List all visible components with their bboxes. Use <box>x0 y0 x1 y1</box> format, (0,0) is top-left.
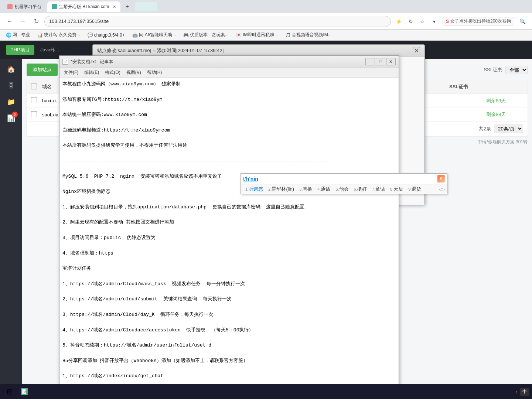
notepad-line-17: 4、https://域名/admin/Cloudacc/accesstoken … <box>62 327 396 334</box>
ime-candidate-8[interactable]: 8.天后 <box>388 185 405 193</box>
notepad-line-4: 白嫖源码电报频道:https://t.me/xiao9ymcom <box>62 127 396 134</box>
ftp-icon: 📁 <box>7 98 15 106</box>
site-modal-close-button[interactable]: ✕ <box>413 47 420 54</box>
favorite-icon[interactable]: ☆ <box>417 16 428 27</box>
bookmark-1[interactable]: 🌐 网 - 专业 <box>3 31 33 39</box>
ime-candidate-6[interactable]: 6.挺好 <box>352 185 369 193</box>
bt-tab-java-label: Java环... <box>40 47 59 52</box>
notepad-controls: — □ ✕ <box>365 58 396 65</box>
taskbar: ⊞ 📝 ↑ 中 <box>0 384 532 399</box>
tab-favicon-1 <box>7 4 13 9</box>
bt-nav-tabs: PHP项目 Java环... <box>6 45 64 55</box>
sidebar-icon-db[interactable]: 🗄 <box>4 78 18 93</box>
bookmark-2[interactable]: 📊 统计鸟-永久免费... <box>34 31 83 39</box>
select-all-checkbox[interactable] <box>31 83 37 89</box>
bookmark-7[interactable]: 🎵 音视频语音视频IM... <box>282 31 334 39</box>
notepad-window: 📄 *安装文档.txt - 记事本 — □ ✕ 文件(F) 编辑(E) 格式(O… <box>59 55 399 399</box>
ime-candidates[interactable]: 1.听诺您 2.昙华林(lin) 3.替换 4.通话 5.他会 6.挺好 7.童… <box>241 184 447 194</box>
new-tab-button[interactable]: + <box>122 1 132 12</box>
notepad-line-3: 本站统一解压密码:www.xiao9ym.com <box>62 111 396 119</box>
bookmarks-bar: 🌐 网 - 专业 📊 统计鸟-永久免费... 💬 chatgpt3.5/4.0+… <box>0 30 532 41</box>
bookmark-3[interactable]: 💬 chatgpt3.5/4.0+ <box>85 32 128 38</box>
ssl-dropdown[interactable]: 全部 <box>505 66 528 74</box>
notepad-text-area[interactable]: 本教程由小九源码网（www.xiao9ym.com） 独家录制 添加客服专属TG… <box>59 78 399 399</box>
notepad-line-6: ----------------------------------------… <box>62 157 396 165</box>
row1-checkbox[interactable] <box>31 97 37 103</box>
notification-badge: 0 <box>12 112 18 117</box>
ime-candidate-9[interactable]: 9.退货 <box>406 185 423 193</box>
home-icon: 🏠 <box>7 65 15 74</box>
taskbar-app-notepad[interactable]: 📝 <box>18 386 33 398</box>
notepad-line-5: 本站所有源码仅提供研究学习使用，不得用于任何非法用途 <box>62 142 396 150</box>
ime-candidate-7[interactable]: 7.童话 <box>370 185 387 193</box>
bt-tab-php[interactable]: PHP项目 <box>6 45 34 55</box>
browser-profile-icon <box>135 2 157 11</box>
menu-help[interactable]: 帮助(H) <box>144 69 165 76</box>
ssl-text: SSL证书 <box>484 66 502 73</box>
bt-tab-java[interactable]: Java环... <box>36 45 64 55</box>
tab-btkaixin[interactable]: 宝塔开心版 BTkaixin.com ✕ <box>47 1 120 12</box>
start-button[interactable]: ⊞ <box>3 385 16 398</box>
bookmark-label-2: 统计鸟-永久免费... <box>44 32 80 38</box>
notepad-line-11: 3、项目访问目录：public 伪静态设置为 <box>62 234 396 242</box>
sogou-badge[interactable]: S 女子点外卖吃出异物200次被拘 <box>443 17 514 25</box>
browser-content: PHP项目 Java环... 🏠 🗄 📁 📊 <box>0 41 532 384</box>
row2-ssl: 剩余88天 <box>486 111 523 118</box>
sidebar-icon-home[interactable]: 🏠 <box>4 62 18 77</box>
tab-label-2: 宝塔开心版 BTkaixin.com <box>59 4 109 10</box>
ime-input-text: t'h'nin <box>243 176 436 182</box>
notepad-line-1: 本教程由小九源码网（www.xiao9ym.com） 独家录制 <box>62 81 396 88</box>
bt-sidebar: 🏠 🗄 📁 📊 0 <box>0 59 22 384</box>
bookmark-5[interactable]: 🎮 优质版本 - 贪玩素... <box>180 31 232 39</box>
notepad-app-icon: 📝 <box>21 388 28 395</box>
notepad-line-14: 1、https://域名/admin/Cloud/mass_task 视频发布任… <box>62 280 396 288</box>
ime-candidate-3[interactable]: 3.替换 <box>297 185 314 193</box>
search-icon[interactable]: 🔍 <box>517 16 528 27</box>
address-bar[interactable]: 103.214.173.197:35615/site <box>44 16 391 27</box>
bt-tab-php-label: PHP项目 <box>10 47 30 52</box>
col-expire-header <box>486 83 523 91</box>
toolbar-icons: ⚡ ↻ ☆ ▾ <box>394 16 440 27</box>
menu-format[interactable]: 格式(O) <box>102 69 123 76</box>
notepad-line-18: 5、抖音动态续期：https://域名/admin/userinfolist/u… <box>62 342 396 349</box>
notepad-titlebar: 📄 *安装文档.txt - 记事本 — □ ✕ <box>59 56 399 68</box>
notepad-maximize-button[interactable]: □ <box>376 58 385 65</box>
notepad-minimize-button[interactable]: — <box>365 58 375 65</box>
notepad-title-text: *安装文档.txt - 记事本 <box>71 59 113 65</box>
ime-candidate-4[interactable]: 4.通话 <box>315 185 332 193</box>
bookmark-4[interactable]: 🤖 问-AI/智能聊天助... <box>129 31 179 39</box>
ime-nav-arrows[interactable]: ◁▷ <box>439 187 445 192</box>
bookmark-star-icon[interactable]: ⚡ <box>394 16 404 27</box>
ime-candidate-2[interactable]: 2.昙华林(lin) <box>266 185 296 193</box>
notepad-close-button[interactable]: ✕ <box>386 58 396 65</box>
reload-icon[interactable]: ↻ <box>406 16 416 27</box>
sogou-icon: S <box>446 19 449 24</box>
expand-icon[interactable]: ▾ <box>429 16 440 27</box>
ime-candidate-5[interactable]: 5.他会 <box>333 185 351 193</box>
forward-button[interactable]: → <box>18 16 28 27</box>
row2-checkbox[interactable] <box>31 111 37 117</box>
ime-candidate-1[interactable]: 1.听诺您 <box>243 185 265 193</box>
bookmark-label-7: 音视频语音视频IM... <box>292 32 331 38</box>
tab-learning-platform[interactable]: 机器学习平台 <box>3 1 46 12</box>
back-button[interactable]: ← <box>4 16 15 27</box>
notepad-line-12: 4、域名强制加：https <box>62 250 396 258</box>
per-page-select[interactable]: 20条/页 <box>494 125 523 133</box>
col-check <box>31 83 42 91</box>
browser-toolbar: ← → ↻ 103.214.173.197:35615/site ⚡ ↻ ☆ ▾… <box>0 13 532 30</box>
bookmark-6[interactable]: 💌 IM即时通讯私聊... <box>233 31 281 39</box>
sidebar-icon-ftp[interactable]: 📁 <box>4 95 18 109</box>
bookmark-label-5: 优质版本 - 贪玩素... <box>190 32 229 38</box>
ime-indicator[interactable]: 中 <box>520 388 529 396</box>
add-site-button[interactable]: 添加站点 <box>27 64 58 76</box>
refresh-button[interactable]: ↻ <box>31 16 41 27</box>
bookmark-label-1: 网 - 专业 <box>13 32 30 38</box>
bookmark-favicon-1: 🌐 <box>6 33 11 38</box>
sidebar-icon-monitor[interactable]: 📊 0 <box>4 111 18 126</box>
menu-file[interactable]: 文件(F) <box>61 69 81 76</box>
taskbar-ime-up[interactable]: ↑ <box>515 389 518 394</box>
bookmark-label-3: chatgpt3.5/4.0+ <box>94 33 125 38</box>
menu-view[interactable]: 视图(V) <box>123 69 144 76</box>
tab-close-button[interactable]: ✕ <box>113 4 116 9</box>
menu-edit[interactable]: 编辑(E) <box>81 69 102 76</box>
